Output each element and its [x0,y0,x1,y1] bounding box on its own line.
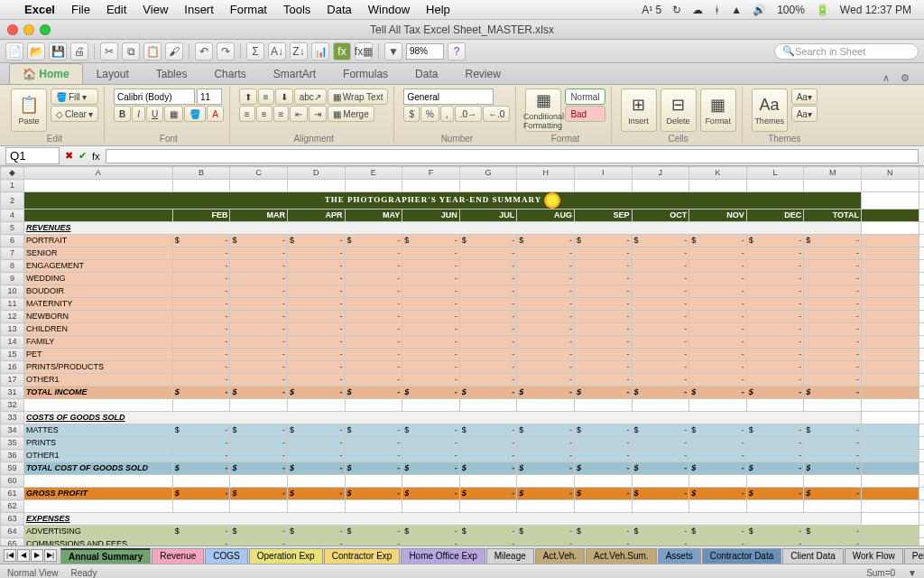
cell[interactable]: - [402,538,460,546]
cell[interactable] [517,475,575,488]
cell[interactable] [919,235,924,247]
column-header-N[interactable]: N [861,167,919,180]
cell[interactable]: $- [574,424,632,437]
cell[interactable] [861,323,919,336]
cell[interactable]: - [287,336,345,349]
cell[interactable]: - [574,336,632,349]
cell[interactable]: - [517,349,575,361]
cell[interactable]: - [402,374,460,387]
cell[interactable] [861,235,919,247]
cell[interactable]: - [632,247,689,260]
month-header[interactable]: DEC [746,210,804,222]
cell[interactable] [861,437,919,450]
column-header-I[interactable]: I [574,167,632,180]
cell[interactable] [689,180,747,192]
month-header[interactable]: SEP [574,210,632,222]
cell[interactable]: - [402,336,460,349]
cell[interactable]: - [689,437,747,450]
filter-icon[interactable]: ▼ [384,42,402,61]
cell[interactable]: - [804,538,862,546]
cell[interactable]: - [172,450,230,462]
cell[interactable]: - [746,260,804,273]
row-header[interactable]: 11 [1,298,24,311]
cell[interactable] [861,285,919,298]
row-header[interactable]: 31 [1,387,24,399]
row-header[interactable]: 12 [1,311,24,323]
cell[interactable]: - [402,311,460,323]
cell[interactable]: - [230,450,288,462]
cell[interactable]: - [402,273,460,285]
cell[interactable] [919,180,924,192]
ribbon-settings-icon[interactable]: ⚙ [895,72,915,84]
cell[interactable] [172,500,230,513]
row-label[interactable]: WEDDING [23,273,172,285]
cell[interactable]: - [517,247,575,260]
cell[interactable]: - [746,349,804,361]
cell[interactable] [919,349,924,361]
cell[interactable] [23,500,172,513]
cell[interactable] [459,475,517,488]
cell[interactable]: - [345,298,402,311]
cell[interactable]: - [287,437,345,450]
cell[interactable]: - [517,437,575,450]
cancel-formula-icon[interactable]: ✖ [65,150,73,162]
cell[interactable]: - [172,273,230,285]
month-header[interactable]: AUG [517,210,575,222]
cell[interactable] [919,450,924,462]
row-header[interactable]: 10 [1,285,24,298]
row-header[interactable]: 61 [1,488,24,500]
format-cells-button[interactable]: ▦Format [700,89,736,132]
cell[interactable]: - [689,247,747,260]
cell[interactable]: - [230,260,288,273]
cell[interactable]: - [517,311,575,323]
cell[interactable] [919,285,924,298]
cell[interactable]: - [632,260,689,273]
cell[interactable]: - [459,285,517,298]
cell[interactable]: $- [804,235,862,247]
undo-icon[interactable]: ↶ [195,42,213,61]
cell[interactable]: $- [287,387,345,399]
cell[interactable]: $- [459,526,517,538]
cell[interactable]: - [230,336,288,349]
style-normal[interactable]: Normal [565,89,605,105]
cell[interactable]: - [402,437,460,450]
cell[interactable] [746,475,804,488]
month-header[interactable]: OCT [632,210,689,222]
cell[interactable] [861,311,919,323]
select-all-corner[interactable]: ◆ [1,167,24,180]
month-header[interactable]: MAR [230,210,288,222]
row-header[interactable]: 16 [1,361,24,374]
cell[interactable]: $- [804,488,862,500]
cell[interactable]: - [804,336,862,349]
row-label[interactable]: NEWBORN [23,311,172,323]
cell[interactable]: - [230,247,288,260]
cell[interactable] [804,399,862,412]
cell[interactable] [861,349,919,361]
cell[interactable]: $- [459,235,517,247]
cell[interactable]: - [689,538,747,546]
cell[interactable]: $- [804,387,862,399]
style-bad[interactable]: Bad [565,106,605,122]
new-icon[interactable]: 📄 [5,42,23,61]
cell[interactable] [459,180,517,192]
cell[interactable]: - [172,247,230,260]
cell[interactable]: - [746,336,804,349]
cell[interactable]: - [345,285,402,298]
cell[interactable]: - [459,437,517,450]
cell[interactable]: - [459,311,517,323]
menu-view[interactable]: View [134,3,176,16]
cell[interactable]: - [287,450,345,462]
row-label[interactable]: MATERNITY [23,298,172,311]
cell[interactable] [919,526,924,538]
sheet-tab[interactable]: Contractor Exp [324,548,401,564]
align-left-button[interactable]: ≡ [239,106,255,122]
cell[interactable]: - [230,361,288,374]
cell[interactable]: - [517,538,575,546]
cell[interactable]: - [345,260,402,273]
cell[interactable]: - [345,450,402,462]
sheet-tab[interactable]: Pers [904,548,924,564]
sheet-tab[interactable]: Mileage [486,548,534,564]
cell[interactable]: - [172,437,230,450]
name-box[interactable] [5,147,60,164]
cell[interactable]: - [287,323,345,336]
